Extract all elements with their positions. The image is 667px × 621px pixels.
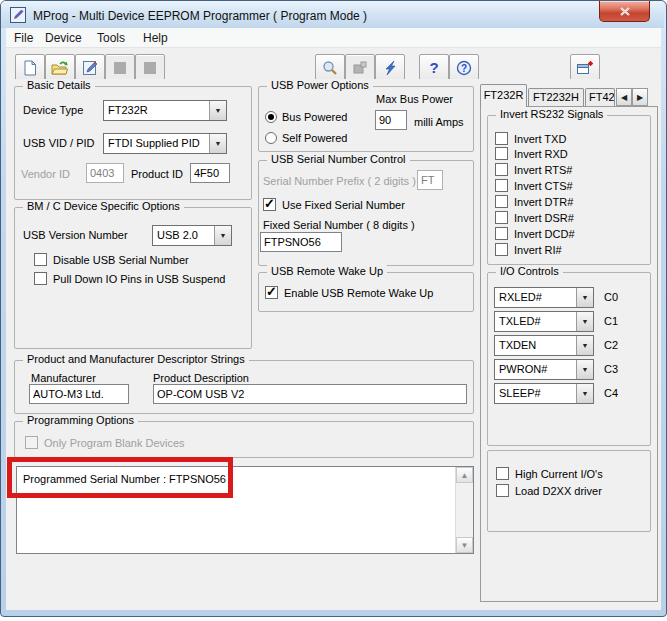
usb-power-group: USB Power Options Bus Powered Self Power… (258, 86, 474, 152)
menu-help[interactable]: Help (143, 31, 168, 45)
blank-icon (144, 62, 156, 74)
dropdown-arrow-icon[interactable] (576, 360, 593, 379)
close-button[interactable] (599, 1, 650, 22)
screenshot-root: MProg - Multi Device EEPROM Programmer (… (0, 0, 667, 621)
c3-pin-label: C3 (604, 363, 618, 375)
load-d2xx-checkbox[interactable] (496, 484, 509, 497)
pull-down-io-checkbox[interactable] (34, 272, 47, 285)
tab-scroll-left-button[interactable] (616, 88, 632, 106)
close-icon (620, 7, 630, 16)
tab-scroll-right-button[interactable] (632, 88, 648, 106)
dropdown-arrow-icon[interactable] (209, 134, 226, 153)
app-icon[interactable] (10, 7, 26, 23)
max-bus-power-label: Max Bus Power (376, 93, 453, 105)
tab-ft232r[interactable]: FT232R (480, 84, 527, 107)
max-bus-power-field[interactable] (375, 110, 407, 130)
product-description-label: Product Description (153, 372, 249, 384)
vid-pid-select[interactable]: FTDI Supplied PID (103, 133, 227, 154)
usb-version-select[interactable]: USB 2.0 (152, 225, 232, 246)
question-icon: ? (429, 59, 438, 76)
group-title: Product and Manufacturer Descriptor Stri… (23, 353, 249, 365)
c1-select[interactable]: TXLED# (494, 311, 594, 332)
dropdown-arrow-icon[interactable] (576, 384, 593, 403)
menu-tools[interactable]: Tools (97, 31, 125, 45)
fixed-serial-field[interactable] (260, 232, 342, 252)
self-powered-radio[interactable] (265, 132, 277, 144)
vendor-id-label: Vendor ID (21, 168, 70, 180)
invert-txd-label: Invert TXD (514, 133, 566, 145)
vendor-id-field (86, 163, 124, 183)
device-type-label: Device Type (23, 104, 83, 116)
group-title: Invert RS232 Signals (496, 108, 607, 120)
high-current-checkbox[interactable] (496, 467, 509, 480)
c2-select[interactable]: TXDEN (494, 335, 594, 356)
menu-file[interactable]: File (14, 31, 33, 45)
c4-pin-label: C4 (604, 387, 618, 399)
group-title: Programming Options (23, 414, 138, 426)
load-d2xx-label: Load D2XX driver (515, 485, 602, 497)
output-log: Programmed Serial Number : FTPSNO56 (16, 466, 474, 554)
magnifier-icon (322, 60, 338, 76)
blank-icon (114, 62, 126, 74)
invert-dsr-label: Invert DSR# (514, 212, 574, 224)
group-title: USB Power Options (267, 79, 373, 91)
help-button[interactable]: ? (419, 54, 449, 81)
dropdown-arrow-icon[interactable] (576, 336, 593, 355)
invert-rts-checkbox[interactable] (495, 163, 508, 176)
bus-powered-radio[interactable] (265, 111, 277, 123)
scroll-down-button[interactable] (456, 537, 473, 553)
program-device-button[interactable] (375, 54, 405, 81)
product-description-field[interactable] (153, 384, 467, 404)
c2-pin-label: C2 (604, 339, 618, 351)
usb-version-label: USB Version Number (23, 229, 128, 241)
invert-cts-checkbox[interactable] (495, 179, 508, 192)
invert-rxd-checkbox[interactable] (495, 147, 508, 160)
invert-dtr-label: Invert DTR# (514, 196, 573, 208)
invert-cts-label: Invert CTS# (514, 180, 573, 192)
c1-pin-label: C1 (604, 315, 618, 327)
about-button[interactable]: ? (449, 54, 479, 81)
dropdown-arrow-icon[interactable] (209, 101, 226, 120)
c0-select[interactable]: RXLED# (494, 287, 594, 308)
svg-text:?: ? (461, 63, 467, 74)
dropdown-arrow-icon[interactable] (214, 226, 231, 245)
window-title: MProg - Multi Device EEPROM Programmer (… (33, 9, 367, 23)
invert-dtr-checkbox[interactable] (495, 195, 508, 208)
disable-usb-serial-checkbox[interactable] (34, 253, 47, 266)
product-id-field[interactable] (190, 163, 230, 183)
invert-dcd-checkbox[interactable] (495, 227, 508, 240)
erase-icon (352, 60, 368, 76)
invert-dsr-checkbox[interactable] (495, 211, 508, 224)
invert-ri-checkbox[interactable] (495, 243, 508, 256)
disabled-button-1 (105, 54, 135, 81)
new-button[interactable] (15, 54, 45, 81)
tab-ft4232h[interactable]: FT423 (585, 88, 615, 106)
remote-wakeup-group: USB Remote Wake Up Enable USB Remote Wak… (258, 272, 474, 312)
c4-select[interactable]: SLEEP# (494, 383, 594, 404)
enable-wakeup-checkbox[interactable] (265, 286, 278, 299)
c0-pin-label: C0 (604, 291, 618, 303)
dropdown-arrow-icon[interactable] (576, 312, 593, 331)
toolbar: ? ? (6, 48, 661, 80)
manufacturer-field[interactable] (29, 384, 129, 404)
tab-ft2232h[interactable]: FT2232H (528, 88, 584, 106)
invert-txd-checkbox[interactable] (495, 132, 508, 145)
vid-pid-label: USB VID / PID (23, 137, 95, 149)
c3-select[interactable]: PWRON# (494, 359, 594, 380)
self-powered-label: Self Powered (282, 132, 347, 144)
use-fixed-serial-checkbox[interactable] (263, 198, 276, 211)
enable-wakeup-label: Enable USB Remote Wake Up (284, 287, 433, 299)
open-folder-icon (51, 60, 69, 76)
open-button[interactable] (45, 54, 75, 81)
device-type-select[interactable]: FT232R (103, 100, 227, 121)
exit-button[interactable] (570, 54, 600, 81)
use-fixed-serial-label: Use Fixed Serial Number (282, 199, 405, 211)
exit-window-icon (576, 60, 594, 76)
scroll-up-button[interactable] (456, 467, 473, 483)
edit-button[interactable] (75, 54, 105, 81)
read-device-button[interactable] (315, 54, 345, 81)
dropdown-arrow-icon[interactable] (576, 288, 593, 307)
fixed-serial-label: Fixed Serial Number ( 8 digits ) (263, 219, 415, 231)
menu-device[interactable]: Device (45, 31, 82, 45)
invert-rts-label: Invert RTS# (514, 164, 573, 176)
